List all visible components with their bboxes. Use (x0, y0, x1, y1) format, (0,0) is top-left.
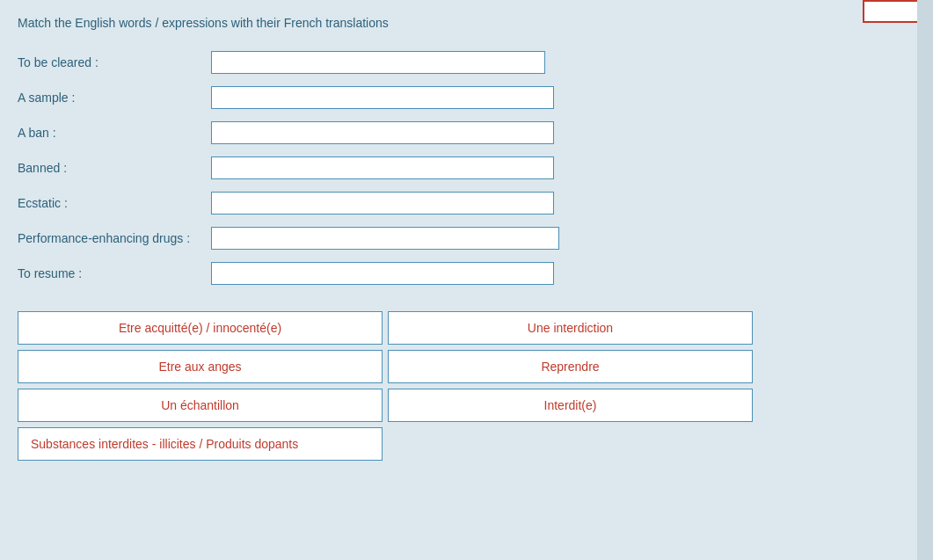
question-row-7: To resume : (18, 262, 915, 285)
question-row-1: To be cleared : (18, 51, 915, 74)
questions-section: To be cleared : A sample : A ban : Banne… (18, 51, 915, 285)
choice-interdit[interactable]: Interdit(e) (388, 389, 753, 422)
answer-choices-section: Etre acquitté(e) / innocenté(e) Une inte… (18, 311, 915, 461)
input-to-resume[interactable] (211, 262, 554, 285)
label-to-be-cleared: To be cleared : (18, 55, 211, 69)
question-row-2: A sample : (18, 86, 915, 109)
label-to-resume: To resume : (18, 266, 211, 280)
label-ecstatic: Ecstatic : (18, 196, 211, 210)
choice-etre-aux-anges[interactable]: Etre aux anges (18, 350, 383, 383)
input-banned[interactable] (211, 156, 554, 179)
question-row-4: Banned : (18, 156, 915, 179)
label-banned: Banned : (18, 161, 211, 175)
choice-etre-acquitte[interactable]: Etre acquitté(e) / innocenté(e) (18, 311, 383, 345)
choices-row-3: Un échantillon Interdit(e) (18, 389, 915, 422)
input-ecstatic[interactable] (211, 192, 554, 215)
input-a-ban[interactable] (211, 121, 554, 144)
label-a-sample: A sample : (18, 91, 211, 105)
label-performance-drugs: Performance-enhancing drugs : (18, 231, 211, 245)
label-a-ban: A ban : (18, 126, 211, 140)
choice-substances[interactable]: Substances interdites - illicites / Prod… (18, 427, 383, 461)
input-performance-drugs[interactable] (211, 227, 559, 250)
choice-un-echantillon[interactable]: Un échantillon (18, 389, 383, 422)
instructions-text: Match the English words / expressions wi… (18, 16, 915, 30)
choice-une-interdiction[interactable]: Une interdiction (388, 311, 753, 345)
choices-row-2: Etre aux anges Reprendre (18, 350, 915, 383)
question-row-3: A ban : (18, 121, 915, 144)
question-row-6: Performance-enhancing drugs : (18, 227, 915, 250)
input-to-be-cleared[interactable] (211, 51, 545, 74)
choices-row-1: Etre acquitté(e) / innocenté(e) Une inte… (18, 311, 915, 345)
input-a-sample[interactable] (211, 86, 554, 109)
choices-row-single: Substances interdites - illicites / Prod… (18, 427, 915, 461)
choice-reprendre[interactable]: Reprendre (388, 350, 753, 383)
question-row-5: Ecstatic : (18, 192, 915, 215)
scrollbar[interactable] (917, 0, 933, 560)
